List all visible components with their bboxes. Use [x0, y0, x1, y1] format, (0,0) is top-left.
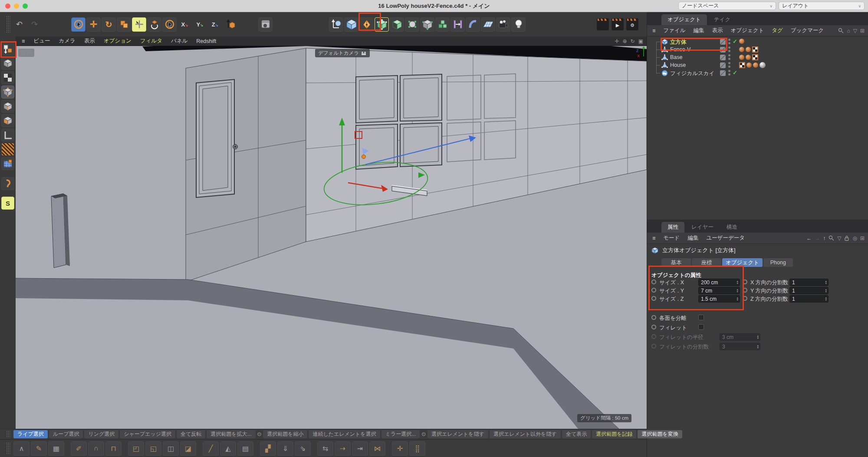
phong-tag-icon[interactable]	[746, 47, 751, 52]
subdivide-button[interactable]: ▦	[48, 441, 64, 456]
menu-view[interactable]: ビュー	[33, 37, 50, 45]
point-grid-button[interactable]: ⣿	[409, 441, 425, 456]
model-mode-button[interactable]	[1, 57, 14, 70]
phong-tag-icon[interactable]	[739, 39, 744, 44]
viewport-zoom-icon[interactable]: ⊕	[623, 38, 627, 44]
menu-filter[interactable]: フィルタ	[140, 37, 162, 45]
secondary-selection-tool[interactable]	[162, 17, 177, 32]
separate-surfaces-checkbox[interactable]	[698, 315, 704, 320]
spline-mirror-button[interactable]	[450, 17, 465, 32]
add-panel-icon[interactable]: ⊞	[860, 28, 865, 34]
back-arrow-icon[interactable]: ←	[806, 235, 812, 241]
mirror-selection-button[interactable]: ミラー選択...	[381, 430, 420, 438]
menu-display[interactable]: 表示	[712, 27, 723, 34]
stepper[interactable]: ▲▼	[736, 289, 739, 293]
mirror-tool-button[interactable]: ⋈	[369, 441, 385, 456]
gear-icon[interactable]: ⚙	[257, 431, 262, 437]
sharp-edge-selection-button[interactable]: シャープエッジ選択	[120, 430, 175, 438]
menu-object[interactable]: オブジェクト	[730, 27, 764, 34]
add-panel-icon[interactable]: ⊞	[860, 235, 865, 241]
tab-objects[interactable]: オブジェクト	[661, 14, 707, 25]
menu-panel[interactable]: パネル	[171, 37, 187, 45]
tab-phong[interactable]: Phong	[763, 258, 793, 267]
render-settings-button[interactable]: ⚙	[626, 18, 639, 31]
layout-dropdown[interactable]: レイアウト ∨	[779, 2, 865, 10]
nodespace-dropdown[interactable]: ノードスペース ∨	[678, 2, 776, 10]
coordinate-system-button[interactable]	[223, 17, 237, 32]
x-axis-lock-button[interactable]: X↘	[178, 17, 192, 32]
point-mode-button[interactable]	[1, 85, 14, 99]
create-point-button[interactable]: ∧	[13, 441, 30, 456]
object-row-fence-v[interactable]: Fence-V	[647, 46, 868, 53]
extrude-button[interactable]: ◰	[128, 441, 144, 456]
camera-label[interactable]: デフォルトカメラ	[315, 49, 370, 57]
visibility-dots[interactable]	[728, 54, 730, 60]
tab-takes[interactable]: テイク	[708, 14, 736, 25]
enabled-check-icon[interactable]: ✓	[733, 38, 737, 45]
stepper[interactable]: ▲▼	[825, 280, 827, 285]
spacing-button[interactable]: ⇢	[335, 441, 351, 456]
filter-icon[interactable]: ▽	[837, 235, 841, 241]
tab-layers[interactable]: レイヤー	[685, 222, 720, 233]
live-selection-button[interactable]: ライブ選択	[13, 430, 48, 438]
menu-userdata[interactable]: ユーザーデータ	[706, 234, 745, 242]
rotate-tool[interactable]: ↻	[102, 17, 116, 32]
make-editable-button[interactable]	[1, 43, 14, 56]
stepper[interactable]: ▲▼	[736, 297, 739, 301]
array-move-button[interactable]: ⇥	[352, 441, 368, 456]
per-object-manipulation-tool[interactable]	[132, 17, 146, 32]
select-connected-button[interactable]: 連続したエレメントを選択	[309, 430, 380, 438]
stepper[interactable]: ▲▼	[825, 289, 827, 293]
toolbar-grip[interactable]	[6, 442, 10, 454]
segments-y-field[interactable]: 1▲▼	[789, 287, 829, 294]
slide-button[interactable]: ▞	[260, 441, 276, 456]
light-button[interactable]	[511, 17, 526, 32]
generator-cube-button[interactable]	[390, 17, 404, 32]
move-axis-button[interactable]: ✛	[392, 441, 408, 456]
layer-toggle[interactable]	[720, 47, 726, 53]
menu-mode[interactable]: モード	[663, 234, 680, 242]
menu-redshift[interactable]: Redshift	[196, 38, 216, 44]
tab-basic[interactable]: 基本	[661, 258, 691, 267]
visibility-dots[interactable]	[728, 39, 730, 44]
subdivision-surface-button[interactable]	[375, 17, 389, 32]
keyframe-circle[interactable]	[743, 288, 747, 293]
om-menu-icon[interactable]: ≡	[652, 28, 655, 34]
texture-tag-icon[interactable]	[752, 54, 758, 60]
render-picture-viewer-button[interactable]: ▶	[611, 18, 624, 31]
viewport-pan-icon[interactable]: ✛	[615, 38, 619, 44]
phong-tag-icon[interactable]	[746, 62, 752, 68]
extrude-inner-button[interactable]: ◱	[145, 441, 161, 456]
texture-axis-mode-button[interactable]	[1, 143, 14, 156]
phong-tag-icon[interactable]	[739, 55, 744, 60]
group-title[interactable]: オブジェクトの属性	[651, 272, 701, 279]
menu-camera[interactable]: カメラ	[59, 37, 75, 45]
material-tag-icon[interactable]	[760, 62, 766, 68]
stepper[interactable]: ▲▼	[825, 297, 827, 301]
convert-selection-button[interactable]: 選択範囲を変換	[638, 430, 682, 438]
keyframe-circle[interactable]	[651, 325, 656, 329]
floor-button[interactable]	[481, 17, 495, 32]
toolbar-grip[interactable]	[6, 431, 10, 437]
y-axis-lock-button[interactable]: Y↘	[193, 17, 207, 32]
phong-tag-icon[interactable]	[739, 47, 744, 52]
live-selection-tool[interactable]	[71, 17, 85, 32]
visibility-dots[interactable]	[728, 46, 730, 52]
modeling-axis-button[interactable]	[329, 17, 343, 32]
menu-bookmarks[interactable]: ブックマーク	[791, 27, 824, 34]
redo-button[interactable]: ↷	[27, 17, 42, 32]
segments-x-field[interactable]: 1▲▼	[789, 279, 829, 286]
hide-unselected-button[interactable]: 選択エレメント以外を隠す	[490, 430, 561, 438]
s-badge-button[interactable]: S	[1, 197, 14, 210]
visibility-dots[interactable]	[728, 62, 730, 68]
knife-button[interactable]: ╱	[203, 441, 219, 456]
object-row-cube[interactable]: 立方体 ✓	[647, 38, 868, 46]
enable-snap-button[interactable]	[1, 157, 14, 170]
workplane-mode-button[interactable]	[1, 128, 14, 141]
size-y-field[interactable]: 7 cm▲▼	[698, 287, 740, 294]
forward-arrow-icon[interactable]: →	[815, 235, 820, 241]
object-row-base[interactable]: Base	[647, 54, 868, 61]
camera-button[interactable]	[496, 17, 510, 32]
viewport-menu-icon[interactable]: ≡	[22, 38, 25, 44]
spline-pen-button[interactable]	[359, 17, 374, 32]
